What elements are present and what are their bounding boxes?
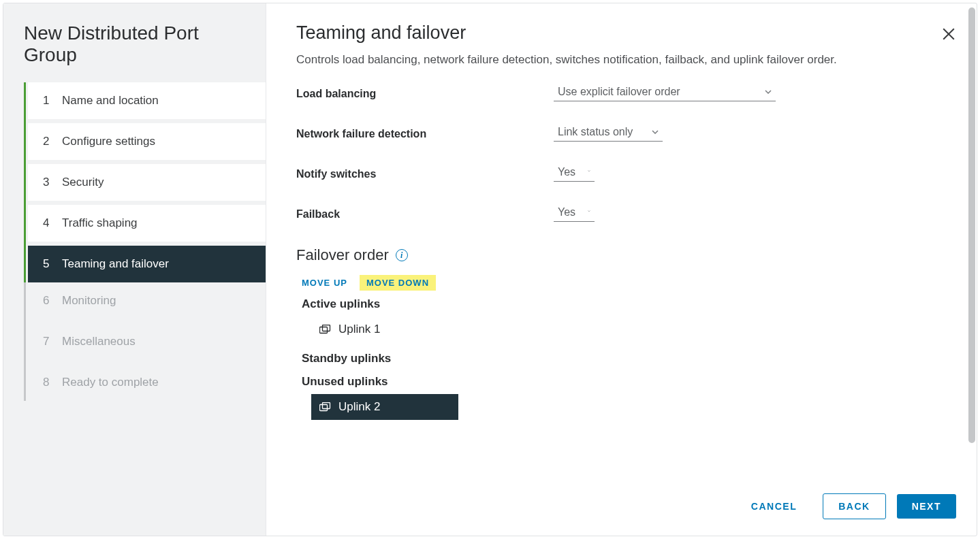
svg-rect-3 (323, 403, 330, 409)
move-down-button[interactable]: MOVE DOWN (360, 275, 436, 291)
select-failback[interactable]: Yes (554, 206, 595, 222)
next-button[interactable]: NEXT (897, 494, 956, 519)
failover-order-heading: Failover order i (296, 246, 949, 264)
wizard-content: Teaming and failover Controls load balan… (266, 3, 977, 536)
failover-order-label: Failover order (296, 246, 389, 264)
step-label: Miscellaneous (62, 335, 136, 348)
step-ready-to-complete[interactable]: 8 Ready to complete (28, 364, 266, 401)
svg-rect-2 (320, 405, 328, 411)
step-label: Teaming and failover (62, 257, 169, 271)
move-buttons: MOVE UP MOVE DOWN (302, 278, 949, 288)
uplink-item-uplink-1[interactable]: Uplink 1 (311, 316, 458, 342)
step-miscellaneous[interactable]: 7 Miscellaneous (28, 323, 266, 360)
label-notify-switches: Notify switches (296, 168, 554, 180)
step-number: 4 (43, 216, 52, 230)
label-load-balancing: Load balancing (296, 88, 554, 100)
panel-description: Controls load balancing, network failure… (296, 53, 949, 67)
label-network-failure-detection: Network failure detection (296, 128, 554, 140)
chevron-down-icon (652, 130, 659, 134)
close-icon[interactable] (941, 27, 956, 42)
info-icon[interactable]: i (396, 249, 408, 261)
step-label: Traffic shaping (62, 216, 138, 230)
svg-rect-1 (323, 325, 330, 331)
step-number: 1 (43, 94, 52, 108)
svg-rect-0 (320, 327, 328, 333)
step-label: Ready to complete (62, 376, 159, 389)
step-configure-settings[interactable]: 2 Configure settings (28, 123, 266, 160)
step-monitoring[interactable]: 6 Monitoring (28, 282, 266, 319)
step-label: Name and location (62, 94, 159, 108)
step-label: Monitoring (62, 294, 116, 308)
label-failback: Failback (296, 208, 554, 220)
uplink-icon (319, 402, 332, 412)
back-button[interactable]: BACK (823, 493, 885, 519)
step-number: 8 (43, 376, 52, 389)
select-value: Yes (558, 166, 575, 178)
step-traffic-shaping[interactable]: 4 Traffic shaping (28, 205, 266, 242)
steps-completed-active-group: 1 Name and location 2 Configure settings… (24, 82, 266, 282)
step-number: 5 (43, 257, 52, 271)
row-notify-switches: Notify switches Yes (296, 166, 949, 182)
row-load-balancing: Load balancing Use explicit failover ord… (296, 86, 949, 101)
move-up-button[interactable]: MOVE UP (302, 278, 347, 288)
select-notify-switches[interactable]: Yes (554, 166, 595, 182)
chevron-down-icon (588, 210, 590, 214)
uplink-item-uplink-2[interactable]: Uplink 2 (311, 394, 458, 420)
step-teaming-and-failover[interactable]: 5 Teaming and failover (28, 246, 266, 282)
chevron-down-icon (588, 170, 590, 174)
uplink-icon (319, 325, 332, 334)
step-number: 6 (43, 294, 52, 308)
active-uplinks-label: Active uplinks (302, 297, 949, 311)
select-value: Link status only (558, 126, 633, 138)
cancel-button[interactable]: CANCEL (736, 494, 812, 519)
wizard-steps: 1 Name and location 2 Configure settings… (3, 82, 266, 401)
steps-future-group: 6 Monitoring 7 Miscellaneous 8 Ready to … (24, 282, 266, 401)
row-network-failure-detection: Network failure detection Link status on… (296, 126, 949, 142)
row-failback: Failback Yes (296, 206, 949, 222)
select-value: Use explicit failover order (558, 86, 680, 98)
chevron-down-icon (765, 90, 772, 94)
select-load-balancing[interactable]: Use explicit failover order (554, 86, 776, 101)
wizard-title: New Distributed Port Group (3, 22, 266, 82)
step-label: Configure settings (62, 135, 155, 148)
panel-title: Teaming and failover (296, 22, 949, 44)
unused-uplinks-label: Unused uplinks (302, 375, 949, 389)
wizard-modal: New Distributed Port Group 1 Name and lo… (3, 3, 977, 536)
step-number: 7 (43, 335, 52, 348)
uplink-label: Uplink 1 (338, 323, 380, 336)
standby-uplinks-label: Standby uplinks (302, 352, 949, 365)
step-label: Security (62, 176, 104, 189)
uplink-label: Uplink 2 (338, 400, 380, 414)
wizard-footer: CANCEL BACK NEXT (736, 493, 956, 519)
scrollbar[interactable] (968, 7, 975, 443)
step-number: 2 (43, 135, 52, 148)
wizard-sidebar: New Distributed Port Group 1 Name and lo… (3, 3, 266, 536)
select-value: Yes (558, 206, 575, 218)
step-security[interactable]: 3 Security (28, 164, 266, 201)
step-number: 3 (43, 176, 52, 189)
select-network-failure-detection[interactable]: Link status only (554, 126, 663, 142)
step-name-and-location[interactable]: 1 Name and location (28, 82, 266, 119)
